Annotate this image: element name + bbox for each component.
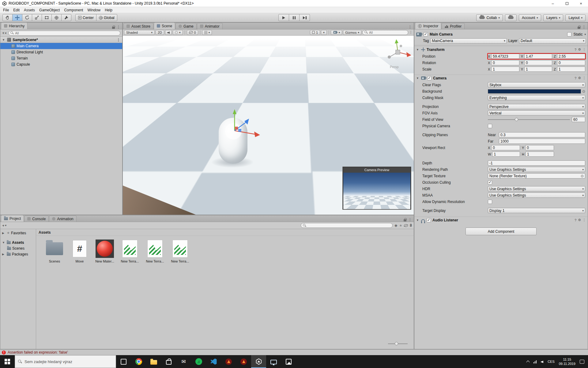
- thumbnail-zoom-slider[interactable]: [388, 342, 408, 346]
- taskbar-search[interactable]: Sem zadejte hledaný výraz: [15, 355, 116, 368]
- minimize-button[interactable]: –: [546, 0, 560, 7]
- tab-animator[interactable]: Animator: [197, 23, 223, 29]
- account-dropdown[interactable]: Account ▾: [519, 14, 541, 21]
- object-name[interactable]: Main Camera: [430, 32, 565, 36]
- shading-mode-dropdown[interactable]: Shaded ▾: [124, 30, 155, 35]
- occlusion-culling-checkbox[interactable]: [488, 180, 492, 185]
- tab-hierarchy[interactable]: Hierarchy: [1, 22, 28, 29]
- search-by-type-icon[interactable]: ◈: [394, 223, 397, 228]
- lock-icon[interactable]: [404, 219, 406, 221]
- tag-dropdown[interactable]: MainCamera ▾: [430, 38, 507, 44]
- asset-item-terrain-3[interactable]: New Terra...: [168, 239, 192, 263]
- gizmos-dropdown[interactable]: Gizmos ▾: [343, 30, 361, 35]
- target-display-dropdown[interactable]: Display 1▾: [488, 208, 585, 213]
- project-search[interactable]: [301, 223, 393, 228]
- hierarchy-search[interactable]: [8, 31, 120, 36]
- panel-menu-icon[interactable]: ⋮: [582, 25, 586, 29]
- menu-component[interactable]: Component: [62, 7, 85, 13]
- app-photos[interactable]: [281, 355, 296, 368]
- scale-x-field[interactable]: 1: [491, 67, 519, 72]
- fov-axis-dropdown[interactable]: Vertical▾: [488, 110, 585, 116]
- zoom-knob[interactable]: [395, 342, 398, 345]
- rendering-path-dropdown[interactable]: Use Graphics Settings▾: [488, 167, 585, 172]
- static-checkbox[interactable]: [567, 32, 571, 36]
- lock-icon[interactable]: [578, 27, 580, 29]
- hierarchy-item-directional-light[interactable]: Directional Light: [0, 49, 122, 55]
- hierarchy-item-main-camera[interactable]: Main Camera: [0, 43, 122, 49]
- viewport-y-field[interactable]: 0: [525, 145, 554, 150]
- tray-expand-icon[interactable]: [526, 360, 530, 364]
- app-unity[interactable]: [251, 355, 266, 368]
- project-search-input[interactable]: [307, 224, 390, 227]
- rotation-x-field[interactable]: 0: [491, 60, 519, 65]
- viewport-h-field[interactable]: 1: [526, 151, 554, 157]
- hierarchy-item-capsule[interactable]: Capsule: [0, 61, 122, 67]
- menu-file[interactable]: File: [1, 7, 11, 13]
- tab-profiler[interactable]: Profiler: [442, 23, 465, 29]
- scene-search[interactable]: [362, 30, 408, 35]
- notifications-icon[interactable]: [580, 360, 584, 364]
- pivot-center-button[interactable]: Center: [75, 14, 96, 21]
- app-file-explorer[interactable]: [146, 355, 161, 368]
- hidden-count-icon[interactable]: [404, 224, 408, 227]
- app-vscode[interactable]: [206, 355, 221, 368]
- tab-animation[interactable]: Animation: [49, 216, 76, 222]
- scene-search-input[interactable]: [369, 31, 406, 34]
- custom-tool-button[interactable]: [61, 14, 71, 21]
- step-button[interactable]: [299, 14, 310, 21]
- menu-edit[interactable]: Edit: [11, 7, 22, 13]
- task-view-button[interactable]: [116, 355, 131, 368]
- snap-toggle[interactable]: 1: [310, 30, 320, 35]
- menu-assets[interactable]: Assets: [22, 7, 37, 13]
- volume-icon[interactable]: [541, 361, 543, 363]
- app-mail[interactable]: ✉: [176, 355, 191, 368]
- lock-icon[interactable]: [112, 27, 115, 29]
- position-z-field[interactable]: 2.55: [557, 54, 585, 59]
- tab-inspector[interactable]: Inspector: [415, 22, 441, 29]
- tree-scenes[interactable]: Scenes: [0, 245, 36, 251]
- tab-game[interactable]: Game: [175, 23, 197, 29]
- scale-y-field[interactable]: 1: [524, 67, 552, 72]
- active-checkbox[interactable]: [424, 32, 428, 36]
- scene-viewport[interactable]: Persp Camera Preview: [123, 36, 414, 215]
- hierarchy-item-terrain[interactable]: Terrain: [0, 55, 122, 61]
- culling-mask-dropdown[interactable]: Everything▾: [488, 95, 585, 100]
- hidden-objects-toggle[interactable]: 0: [187, 30, 198, 35]
- collab-button[interactable]: Collab ▾: [476, 14, 503, 21]
- panel-menu-icon[interactable]: ⋮: [408, 25, 412, 29]
- cloud-button[interactable]: [505, 14, 517, 21]
- tab-scene[interactable]: Scene: [154, 22, 175, 29]
- component-menu-icon[interactable]: ⋮: [582, 218, 586, 222]
- asset-item-move-script[interactable]: Move: [68, 239, 91, 263]
- position-x-field[interactable]: 59.47323: [491, 54, 519, 59]
- hierarchy-search-input[interactable]: [15, 31, 118, 35]
- snap-settings-dropdown[interactable]: ▾: [321, 30, 327, 35]
- asset-item-scenes[interactable]: Scenes: [43, 239, 66, 263]
- maximize-button[interactable]: [560, 0, 574, 7]
- status-error-message[interactable]: Assertion failed on expression: 'false': [8, 350, 68, 355]
- rect-tool-button[interactable]: [42, 14, 52, 21]
- scene-menu-icon[interactable]: ⋮: [117, 38, 122, 42]
- app-store[interactable]: [161, 355, 176, 368]
- scale-tool-button[interactable]: [32, 14, 42, 21]
- panel-menu-icon[interactable]: ⋮: [408, 217, 412, 222]
- scene-camera-dropdown[interactable]: ▾: [331, 30, 342, 35]
- dynamic-resolution-checkbox[interactable]: [488, 200, 492, 204]
- network-icon[interactable]: [533, 360, 537, 363]
- hand-tool-button[interactable]: [2, 14, 13, 21]
- hdr-dropdown[interactable]: Use Graphics Settings▾: [488, 186, 585, 191]
- component-menu-icon[interactable]: ⋮: [582, 48, 586, 52]
- help-icon[interactable]: ?: [575, 76, 576, 80]
- component-menu-icon[interactable]: ⋮: [582, 76, 586, 80]
- rotate-tool-button[interactable]: [22, 14, 32, 21]
- create-object-button[interactable]: + ▾: [2, 31, 6, 35]
- app-gpu-tool-1[interactable]: [221, 355, 236, 368]
- tab-console[interactable]: Console: [24, 216, 49, 222]
- taskbar-clock[interactable]: 11:15 09.11.2019: [559, 357, 575, 366]
- panel-menu-icon[interactable]: ⋮: [117, 25, 120, 29]
- clear-flags-dropdown[interactable]: Skybox▾: [488, 82, 585, 87]
- projection-mode-label[interactable]: Persp: [390, 65, 399, 69]
- msaa-dropdown[interactable]: Use Graphics Settings▾: [488, 193, 585, 198]
- favorites-filter-icon[interactable]: ★: [399, 224, 402, 228]
- transform-tool-button[interactable]: [51, 14, 62, 21]
